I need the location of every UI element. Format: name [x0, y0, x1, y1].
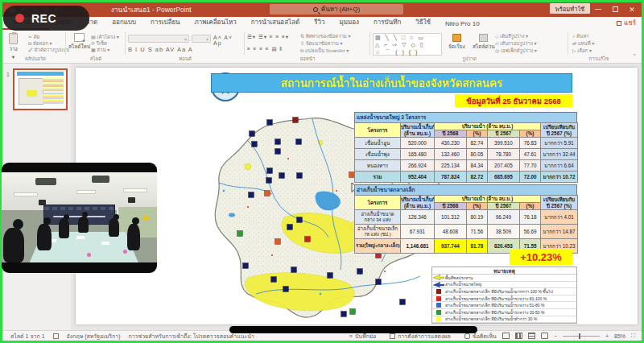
legend-square-icon [432, 310, 445, 315]
shape-fill-button[interactable]: ◇ เติมสีรูปร่าง ▾ [495, 33, 537, 40]
shape-effects-button[interactable]: ◎ เอฟเฟ็กต์รูปร่าง ▾ [495, 48, 537, 55]
maximize-button[interactable] [607, 2, 623, 16]
shape-glyph-row: △ ⌐ ⇨ ▽ ◇ ▯ [375, 41, 440, 48]
quick-styles-icon [479, 34, 488, 42]
ribbon-tab-4[interactable]: การเปลี่ยน [143, 15, 188, 30]
thumbnail-table2 [43, 93, 64, 104]
webcam-video[interactable] [2, 163, 157, 273]
thumbnail-title-strip [17, 72, 64, 75]
shape-outline-button[interactable]: ▱ เส้นกรอบรูปร่าง ▾ [495, 40, 537, 48]
slide-canvas[interactable]: สถานการณ์น้ำในอ่างเก็บน้ำของจังหวัดสกลนค… [76, 68, 638, 324]
ribbon-tab-6[interactable]: การนำเสนอสไลด์ [244, 15, 308, 30]
legend-label: อ่างเก็บน้ำขนาดกลาง/เล็ก ที่มีปริมาณน้ำร… [445, 309, 544, 316]
editing-group: ⌕ ค้นหา ⇄ แทนที่ ▾ ▷ เลือก ▾ การแก้ไข [571, 30, 627, 64]
value-cell: 101.312 [435, 210, 467, 225]
project-name-cell: อ่างเก็บน้ำขนาดกลาง 34 แห่ง [355, 210, 401, 225]
large-reservoir-table[interactable]: แหล่งน้ำขนาดใหญ่ 3 โครงการ โครงการปริมาณ… [354, 112, 577, 183]
align-text-button[interactable]: ⇳ จัดแนวข้อความ ▾ [300, 40, 350, 48]
map-marker-orange [265, 191, 270, 196]
search-input[interactable]: ค้นหา (Alt+Q) [270, 4, 403, 14]
ribbon-tab-8[interactable]: มุมมอง [332, 15, 366, 30]
ribbon-tab-10[interactable]: วิธีใช้ [408, 15, 438, 30]
list-buttons[interactable]: ☰▾ ☰▾ ≡ ≡ ≡▾ [247, 34, 289, 40]
medium-small-reservoir-table[interactable]: อ่างเก็บน้ำขนาดกลาง/เล็ก โครงการปริมาณน้… [354, 184, 577, 254]
copy-button[interactable]: ⧉ คัดลอก ▾ [28, 40, 69, 47]
map-marker-navy [271, 277, 277, 283]
ribbon-tab-3[interactable]: ออกแบบ [105, 15, 143, 30]
font-name-combo[interactable]: ▾ [128, 35, 189, 43]
zoom-level[interactable]: 85% [614, 333, 625, 339]
value-cell: 207.405 [488, 160, 520, 172]
map-marker-navy [243, 263, 249, 269]
map-marker-navy [267, 120, 273, 126]
ribbon-tab-9[interactable]: การบันทึก [366, 15, 408, 30]
text-direction-button[interactable]: ⇅ ทิศทางของข้อความ ▾ [300, 33, 350, 40]
ribbon-tab-5[interactable]: ภาพเคลื่อนไหว [188, 15, 244, 30]
font-size-combo[interactable]: ▾ [192, 35, 211, 43]
smartart-button[interactable]: ⧉ แปลงเป็น SmartArt ▾ [300, 48, 350, 55]
project-name-cell: เขื่อนน้ำพุง [355, 149, 401, 160]
new-slide-button[interactable]: สไลด์ใหม่ [68, 33, 90, 51]
medium-table-title: อ่างเก็บน้ำขนาดกลาง/เล็ก [354, 184, 577, 195]
map-marker-navy [249, 192, 254, 198]
reset-button[interactable]: ⟳ รีเซ็ต [91, 40, 119, 47]
shapes-gallery[interactable]: ▨ ╲ ╲ □ ○ ▭△ ⌐ ⇨ ▽ ◇ ▯☆ ⌒ ( ) { } [373, 33, 442, 56]
format-painter-button[interactable]: 🖉 ตัวคัดวางรูปแบบ [28, 47, 69, 53]
collapse-ribbon-icon[interactable]: ⌃ [632, 53, 637, 60]
legend-arrow-icon [432, 275, 445, 280]
map-marker-navy [341, 312, 347, 317]
value-cell: 56.69 [520, 225, 541, 239]
slide-title-banner[interactable]: สถานการณ์น้ำในอ่างเก็บน้ำของจังหวัดสกลนค… [211, 73, 572, 93]
spellcheck-icon[interactable] [53, 333, 59, 339]
reading-view-button[interactable] [528, 333, 535, 339]
value-cell: 165.480 [401, 149, 435, 160]
slide-sorter-button[interactable] [515, 333, 522, 339]
fit-to-window-icon[interactable]: ⛶ [631, 333, 635, 339]
replace-button[interactable]: ⇄ แทนที่ ▾ [572, 40, 594, 48]
cut-button[interactable]: ✂ ตัด [28, 34, 69, 40]
value-cell: 126.346 [401, 210, 435, 225]
arrange-button[interactable]: จัดเรียง [448, 34, 465, 51]
recording-indicator[interactable]: REC [3, 6, 89, 31]
share-icon [617, 21, 621, 26]
highlight-percentage[interactable]: +10.23% [510, 249, 572, 265]
section-button[interactable]: ▦ ส่วน ▾ [91, 47, 119, 53]
zoom-out-button[interactable]: − [554, 333, 557, 339]
app-title: งานนำเสนอ1 - PowerPoint [111, 4, 192, 15]
value-cell: มากกว่า 4.01 [541, 210, 578, 225]
zoom-slider[interactable] [563, 336, 600, 337]
grow-shrink-font[interactable]: A˄ A˅ Ap [213, 35, 242, 46]
value-cell: 96.249 [488, 210, 520, 225]
find-button[interactable]: ⌕ ค้นหา [572, 33, 594, 40]
project-name-cell: เขื่อนน้ำอูน [355, 138, 401, 149]
ribbon-tab-11[interactable]: Nitro Pro 10 [438, 19, 487, 30]
close-button[interactable]: ✕ [624, 2, 640, 16]
map-marker-green [350, 309, 356, 315]
redaction-bar [229, 326, 477, 333]
share-button[interactable]: แชร์ [617, 18, 636, 28]
map-marker-navy [252, 142, 258, 147]
ribbon-tab-7[interactable]: รีวิว [307, 15, 332, 30]
language-indicator[interactable]: อังกฤษ (สหรัฐอเมริกา) [67, 332, 121, 341]
legend-label: อ่างเก็บน้ำขนาดกลาง/เล็ก ที่มีปริมาณน้ำม… [445, 288, 553, 295]
map-marker-red [305, 237, 311, 242]
select-button[interactable]: ▷ เลือก ▾ [572, 48, 594, 55]
value-cell: 84.34 [467, 160, 488, 172]
map-marker-navy [291, 267, 297, 273]
slide-title: สถานการณ์น้ำในอ่างเก็บน้ำของจังหวัดสกลนค… [281, 74, 503, 92]
quick-styles-button[interactable]: สไตล์ด่วน [473, 34, 495, 51]
normal-view-button[interactable] [502, 333, 510, 339]
layout-button[interactable]: ▤ เค้าโครง ▾ [91, 34, 119, 40]
new-slide-icon [74, 33, 85, 42]
value-cell: 82.74 [467, 138, 488, 149]
slideshow-view-button[interactable] [541, 333, 548, 339]
legend-item: อ่างเก็บน้ำขนาดกลาง/เล็ก ที่มีปริมาณน้ำร… [432, 309, 576, 316]
slide-thumbnail[interactable] [13, 68, 68, 110]
slides-group: สไลด์ใหม่ ▤ เค้าโครง ▾ ⟳ รีเซ็ต ▦ ส่วน ▾… [68, 30, 123, 64]
map-legend[interactable]: หมายเหตุ พื้นที่ชลประทานอ่างเก็บน้ำขนาดใ… [431, 267, 577, 324]
minimize-button[interactable] [590, 2, 606, 16]
align-buttons[interactable]: ≡ ≡ ≡ ≡ ▤ ⫴ [247, 46, 283, 52]
font-style-buttons[interactable]: B I U S ab AV Aa A [128, 46, 193, 53]
zoom-in-button[interactable]: + [605, 333, 609, 339]
date-badge[interactable]: ข้อมูลวันที่ 25 ธันวาคม 2568 [455, 94, 572, 107]
